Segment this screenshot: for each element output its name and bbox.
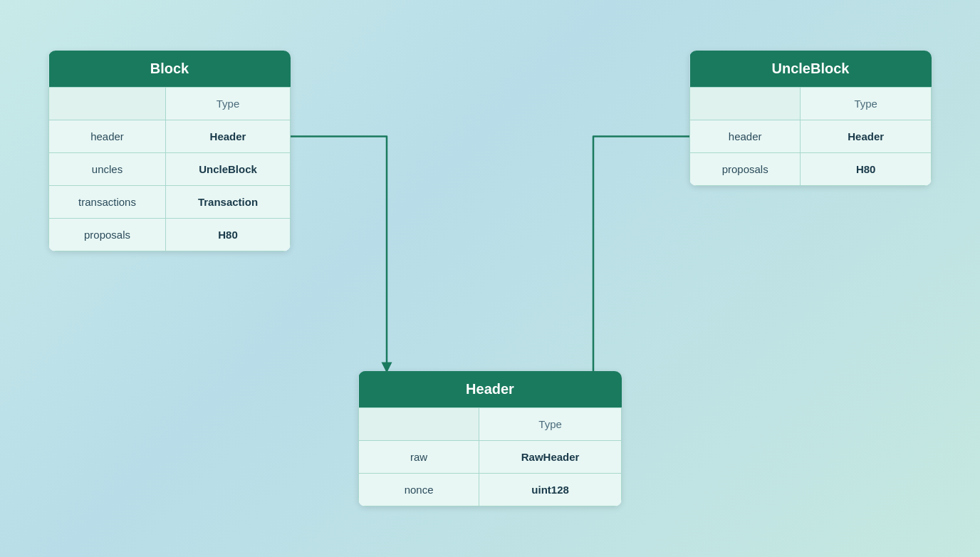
block-row-1: header Header	[49, 120, 291, 153]
block-type-1: Header	[166, 120, 291, 153]
block-type-4: H80	[166, 219, 291, 251]
block-table: Block Type header Header uncles UncleBlo…	[48, 51, 291, 251]
uncle-field-2: proposals	[690, 153, 801, 186]
block-row-3: transactions Transaction	[49, 186, 291, 219]
uncle-type-2: H80	[801, 153, 932, 186]
header-field-0	[359, 408, 479, 441]
block-row-4: proposals H80	[49, 219, 291, 251]
block-field-2: uncles	[49, 153, 166, 186]
header-type-0: Type	[479, 408, 622, 441]
header-field-2: nonce	[359, 474, 479, 506]
block-field-0	[49, 88, 166, 120]
uncle-row-0: Type	[690, 88, 932, 120]
header-row-0: Type	[359, 408, 622, 441]
header-table: Header Type raw RawHeader nonce uint128	[358, 371, 622, 506]
header-field-1: raw	[359, 441, 479, 474]
uncle-row-1: header Header	[690, 120, 932, 153]
header-row-1: raw RawHeader	[359, 441, 622, 474]
block-field-4: proposals	[49, 219, 166, 251]
block-type-2: UncleBlock	[166, 153, 291, 186]
uncle-field-1: header	[690, 120, 801, 153]
uncle-table-header: UncleBlock	[690, 51, 932, 88]
diagram-container: Block Type header Header uncles UncleBlo…	[34, 29, 946, 528]
uncle-field-0	[690, 88, 801, 120]
block-field-3: transactions	[49, 186, 166, 219]
uncle-type-1: Header	[801, 120, 932, 153]
block-field-1: header	[49, 120, 166, 153]
block-type-0: Type	[166, 88, 291, 120]
header-type-2: uint128	[479, 474, 622, 506]
block-row-0: Type	[49, 88, 291, 120]
header-type-1: RawHeader	[479, 441, 622, 474]
block-type-3: Transaction	[166, 186, 291, 219]
uncle-type-0: Type	[801, 88, 932, 120]
uncle-block-table: UncleBlock Type header Header proposals …	[689, 51, 932, 186]
header-row-2: nonce uint128	[359, 474, 622, 506]
block-row-2: uncles UncleBlock	[49, 153, 291, 186]
uncle-row-2: proposals H80	[690, 153, 932, 186]
header-table-title: Header	[359, 371, 622, 408]
block-table-header: Block	[49, 51, 291, 88]
